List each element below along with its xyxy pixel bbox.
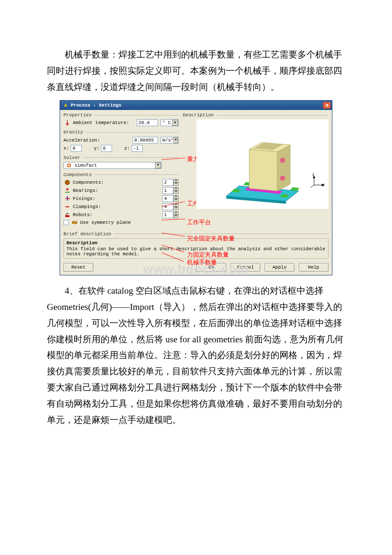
model-3d-icon (209, 128, 316, 209)
svg-rect-14 (72, 221, 74, 224)
gravity-y-input[interactable]: 0 (101, 145, 112, 152)
fixings-row: Fixings: 4 ▲▼ (63, 195, 179, 202)
ambient-label: Ambient temperature: (73, 120, 137, 125)
svg-rect-15 (75, 221, 77, 224)
components-title: Components (63, 172, 92, 177)
components-icon (63, 179, 71, 185)
z-label: z: (124, 146, 130, 151)
svg-marker-24 (249, 149, 277, 191)
robots-icon (63, 212, 71, 218)
accel-unit-value: m/s² (162, 138, 173, 143)
ambient-unit-select[interactable]: ° C ▼ (161, 119, 179, 126)
components-stepper[interactable]: ▲▼ (173, 179, 179, 186)
process-settings-dialog: ▲ Process - Settings ✕ www.bdocx.com Pro… (60, 100, 332, 275)
step4-paragraph: 4、在软件 catalog 空白区域点击鼠标右键，在弹出的对话框中选择 Geom… (47, 283, 345, 428)
components-label: Components: (73, 180, 162, 185)
fixings-icon (63, 196, 71, 202)
svg-line-34 (311, 185, 314, 188)
annotation-robots: 机械手数量 (187, 259, 217, 266)
svg-rect-1 (67, 120, 68, 123)
symmetry-icon (71, 220, 78, 225)
description-title: Description (183, 113, 214, 118)
svg-marker-25 (277, 145, 290, 191)
fixings-stepper[interactable]: ▲▼ (173, 195, 179, 202)
robots-stepper[interactable]: ▲▼ (173, 211, 179, 218)
ambient-unit-value: ° C (162, 120, 171, 125)
x-label: x: (63, 146, 69, 151)
dialog-screenshot: ▲ Process - Settings ✕ www.bdocx.com Pro… (47, 100, 345, 275)
bearings-input[interactable]: 1 (162, 187, 173, 194)
solver-group: Solver simufact ▼ (63, 155, 179, 169)
accel-input[interactable]: 9.80665 (133, 137, 158, 144)
svg-point-28 (280, 158, 285, 163)
clampings-icon (63, 204, 71, 210)
close-icon: ✕ (325, 103, 329, 108)
robots-row: Robots: 1 ▲▼ (63, 211, 179, 218)
gravity-z-input[interactable]: -1 (132, 145, 143, 152)
fixings-input[interactable]: 4 (162, 195, 173, 202)
bearings-row: Bearings: 1 ▲▼ (63, 187, 179, 194)
accel-label: Acceleration: (63, 138, 133, 143)
svg-marker-8 (69, 198, 70, 199)
svg-point-29 (280, 176, 285, 181)
window-title: Process - Settings (71, 103, 121, 108)
help-button[interactable]: Help (299, 263, 329, 272)
clampings-stepper[interactable]: ▲▼ (173, 203, 179, 210)
dropdown-icon: ▼ (173, 137, 178, 143)
clampings-label: Clampings: (73, 204, 162, 209)
annotation-worktable: 工作平台 (187, 219, 211, 225)
model-preview: x z (196, 119, 329, 209)
close-button[interactable]: ✕ (323, 102, 331, 109)
gravity-x-input[interactable]: 0 (71, 145, 82, 152)
dropdown-icon: ▼ (155, 162, 161, 168)
bearings-stepper[interactable]: ▲▼ (173, 187, 179, 194)
bearings-label: Bearings: (73, 188, 162, 193)
titlebar: ▲ Process - Settings ✕ (60, 101, 332, 110)
cancel-button[interactable]: Cancel (231, 263, 260, 272)
components-row: Components: 2 ▲▼ (63, 179, 179, 186)
properties-group: Properties Ambient temperature: 20.0 ° C… (63, 113, 179, 126)
annotation-fixed-clamps: 完全固定夹具数量 (187, 235, 235, 242)
solver-title: Solver (63, 155, 81, 160)
solver-select[interactable]: simufact ▼ (63, 162, 161, 169)
thermometer-icon (63, 120, 71, 126)
solver-icon (65, 163, 73, 168)
y-label: y: (94, 146, 99, 151)
components-group: Components Components: 2 ▲▼ (63, 172, 179, 225)
annotation-force-clamps: 力固定夹具数量 (187, 251, 229, 258)
solver-value: simufact (75, 163, 97, 168)
symmetry-checkbox[interactable] (63, 220, 69, 225)
axis-z-label: z (312, 172, 314, 177)
robots-label: Robots: (73, 212, 162, 217)
brief-description-title: Brief description (63, 231, 111, 237)
axis-x-label: x (323, 182, 325, 187)
ambient-temp-input[interactable]: 20.0 (137, 119, 158, 126)
symmetry-label: Use symmetry plane (80, 220, 131, 225)
gravity-group: Gravity Acceleration: 9.80665 m/s² ▼ x: (63, 130, 179, 151)
fixings-label: Fixings: (73, 196, 162, 201)
axis-triad-icon: x z (310, 174, 325, 190)
properties-title: Properties (63, 113, 92, 118)
svg-rect-13 (65, 215, 69, 217)
warning-icon: ▲ (63, 102, 69, 108)
components-input[interactable]: 2 (162, 179, 173, 186)
svg-marker-7 (66, 196, 68, 197)
accel-unit-select[interactable]: m/s² ▼ (161, 137, 179, 144)
svg-rect-3 (68, 165, 70, 166)
bearings-icon (63, 188, 71, 194)
dropdown-icon: ▼ (172, 120, 178, 126)
reset-button[interactable]: Reset (63, 263, 93, 272)
gravity-title: Gravity (63, 130, 83, 135)
apply-button[interactable]: Apply (265, 263, 294, 272)
robots-input[interactable]: 1 (162, 211, 173, 218)
intro-paragraph: 机械手数量：焊接工艺中用到的机械手数量，有些工艺需要多个机械手同时进行焊接，按照… (47, 47, 345, 95)
